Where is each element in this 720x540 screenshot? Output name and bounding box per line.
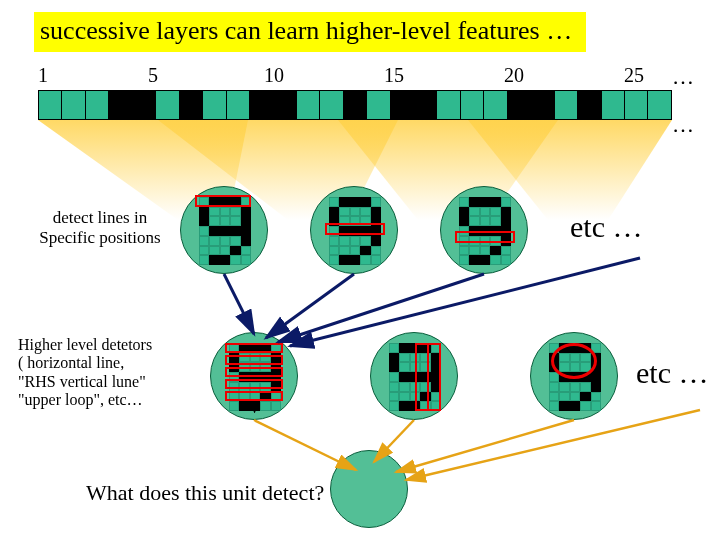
input-cell (86, 91, 109, 119)
row1-label: detect lines in Specific positions (30, 208, 170, 247)
detector-mid-line (310, 186, 398, 274)
highlight-hz-4 (225, 379, 283, 389)
input-cell (625, 91, 648, 119)
input-cell (297, 91, 320, 119)
input-cell (461, 91, 484, 119)
tick-25: 25 (624, 64, 644, 87)
input-cell (414, 91, 437, 119)
row2-label: Higher level detetors ( horizontal line,… (18, 336, 188, 410)
input-cell (602, 91, 625, 119)
input-cell (39, 91, 62, 119)
highlight-hz-3 (225, 367, 283, 377)
input-cell (156, 91, 179, 119)
input-cell (62, 91, 85, 119)
highlight-mid-line (325, 223, 385, 235)
slide-title: successive layers can learn higher-level… (34, 12, 586, 52)
tick-1: 1 (38, 64, 48, 87)
svg-line-4 (224, 274, 254, 334)
axis-ellipsis-top: … (672, 64, 694, 90)
svg-line-11 (406, 410, 700, 480)
input-cell (367, 91, 390, 119)
input-cell (320, 91, 343, 119)
input-cell (227, 91, 250, 119)
input-cell (133, 91, 156, 119)
input-cell (484, 91, 507, 119)
highlight-top-line (195, 195, 251, 207)
input-cell (273, 91, 296, 119)
final-question: What does this unit detect? (86, 480, 324, 506)
highlight-rhs-2 (427, 343, 441, 411)
detector-lower-line (440, 186, 528, 274)
tick-10: 10 (264, 64, 284, 87)
tick-5: 5 (148, 64, 158, 87)
detector-rhs-vertical (370, 332, 458, 420)
input-cell (180, 91, 203, 119)
highlight-hz-2 (225, 355, 283, 365)
input-cell (344, 91, 367, 119)
input-cell (555, 91, 578, 119)
tick-15: 15 (384, 64, 404, 87)
input-cell (437, 91, 460, 119)
row1-etc: etc … (570, 210, 642, 244)
input-cell (203, 91, 226, 119)
svg-line-5 (266, 274, 354, 338)
axis-ellipsis-bottom: … (672, 112, 694, 138)
highlight-hz-5 (225, 391, 283, 401)
input-cell (508, 91, 531, 119)
highlight-loop (551, 343, 597, 379)
row2-etc: etc … (636, 356, 708, 390)
svg-line-6 (278, 274, 484, 342)
final-unit (330, 450, 408, 528)
digit-glyph (199, 197, 251, 265)
input-strip (38, 90, 672, 120)
v-mark: v (251, 401, 258, 417)
highlight-hz-1 (225, 343, 283, 353)
tick-20: 20 (504, 64, 524, 87)
detector-horizontal-lines: v (210, 332, 298, 420)
detector-top-line (180, 186, 268, 274)
input-cell (109, 91, 132, 119)
svg-line-10 (396, 420, 574, 472)
input-cell (250, 91, 273, 119)
detector-upper-loop (530, 332, 618, 420)
input-cell (648, 91, 670, 119)
input-cell (531, 91, 554, 119)
input-cell (391, 91, 414, 119)
highlight-lower-line (455, 231, 515, 243)
input-cell (578, 91, 601, 119)
